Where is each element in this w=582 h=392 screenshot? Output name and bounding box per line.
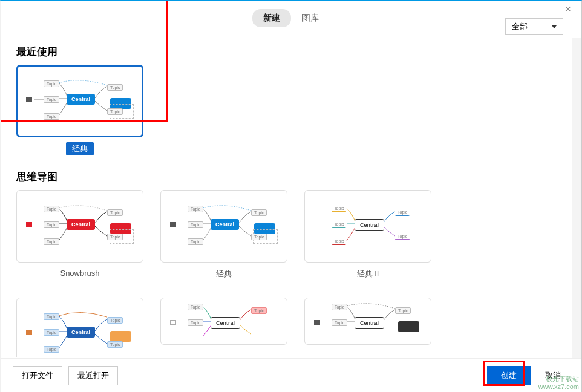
mm-topic: Topic	[188, 238, 203, 245]
mm-topic: Topic	[188, 304, 203, 310]
recent-grid: Topic Topic Topic Central Topic Topic 经典	[16, 65, 566, 155]
template-label: 经典	[66, 142, 94, 155]
mm-dot	[26, 330, 32, 335]
mm-dot	[26, 97, 32, 102]
mm-central: Central	[355, 219, 384, 231]
template-thumb[interactable]: Topic Topic Central Topic	[304, 298, 431, 345]
mm-central: Central	[211, 317, 240, 329]
content-area: 最近使用 Topic Topic Topi	[1, 35, 581, 357]
mm-dot	[170, 320, 176, 325]
mm-central: Central	[211, 219, 239, 230]
template-card-classic2: Topic Topic Topic Central Topic Topic 经典…	[304, 190, 431, 281]
section-title-recent: 最近使用	[16, 45, 566, 59]
template-label: 经典	[210, 267, 238, 281]
mm-topic: Topic	[395, 209, 410, 216]
mm-topic: Topic	[107, 108, 123, 115]
mm-topic: Topic	[107, 317, 123, 324]
mm-central: Central	[67, 219, 95, 230]
template-thumb[interactable]: Topic Topic Topic Central Topic Topic	[16, 298, 143, 357]
mm-dot	[26, 222, 32, 227]
mm-topic: Topic	[188, 319, 203, 326]
template-card-recent-0: Topic Topic Topic Central Topic Topic 经典	[16, 65, 143, 155]
watermark-line2: www.xz7.com	[538, 383, 579, 391]
mm-central: Central	[67, 94, 95, 105]
mm-topic: Topic	[44, 221, 59, 228]
mm-topic: Topic	[44, 346, 59, 353]
mm-topic: Topic	[251, 234, 267, 240]
template-card-business: Topic Topic Topic Central Topic Topic 商务	[16, 298, 143, 357]
toolbar: 新建 图库 全部	[1, 1, 581, 35]
mm-topic: Topic	[188, 221, 203, 228]
mm-topic: Topic	[395, 234, 410, 240]
mm-dot	[170, 222, 176, 227]
watermark: 极光下载站 www.xz7.com	[538, 375, 579, 391]
watermark-line1: 极光下载站	[538, 375, 579, 383]
mm-topic: Topic	[107, 234, 123, 240]
mm-topic: Topic	[188, 206, 203, 212]
tab-new[interactable]: 新建	[252, 9, 291, 27]
template-card-row2-1: Topic Topic Central Topic	[304, 298, 431, 357]
recent-open-button[interactable]: 最近打开	[68, 366, 118, 385]
mm-topic: Topic	[44, 113, 59, 120]
template-thumb[interactable]: Topic Topic Topic Central Topic Topic	[16, 65, 143, 137]
mm-topic: Topic	[107, 341, 123, 348]
mm-topic: Topic	[44, 238, 59, 245]
mm-topic: Topic	[332, 206, 346, 212]
template-thumb[interactable]: Topic Topic Topic Central Topic Topic	[160, 190, 287, 263]
template-thumb[interactable]: Topic Topic Topic Central Topic Topic	[16, 190, 143, 263]
mm-topic: Topic	[395, 307, 411, 314]
filter-selected-label: 全部	[512, 21, 528, 32]
scrollbar[interactable]	[572, 38, 581, 358]
template-thumb[interactable]: Topic Topic Topic Central Topic Topic	[304, 190, 431, 263]
footer: 打开文件 最近打开 创建 取消	[1, 358, 581, 392]
mm-topic: Topic	[332, 238, 346, 245]
template-label: 经典 II	[351, 267, 385, 281]
tab-group: 新建 图库	[252, 9, 330, 27]
template-thumb[interactable]: Topic Topic Central Topic	[160, 298, 287, 345]
mm-central: Central	[67, 327, 95, 338]
template-card-row2-0: Topic Topic Central Topic	[160, 298, 287, 357]
mm-topic: Topic	[251, 307, 267, 314]
mindmap-grid: Topic Topic Topic Central Topic Topic Sn…	[16, 190, 566, 357]
open-file-button[interactable]: 打开文件	[13, 366, 62, 385]
mm-topic: Topic	[332, 221, 346, 228]
mm-topic: Topic	[332, 319, 347, 326]
section-title-mindmap: 思维导图	[16, 170, 566, 184]
template-card-classic: Topic Topic Topic Central Topic Topic 经典	[160, 190, 287, 281]
mm-topic: Topic	[44, 313, 59, 320]
create-button[interactable]: 创建	[487, 366, 531, 385]
mm-topic: Topic	[251, 209, 267, 216]
mm-topic: Topic	[44, 96, 59, 103]
template-label: Snowbrush	[54, 267, 105, 279]
template-card-snowbrush: Topic Topic Topic Central Topic Topic Sn…	[16, 190, 143, 281]
mm-topic: Topic	[44, 329, 59, 336]
mm-extra	[398, 321, 419, 332]
filter-dropdown[interactable]: 全部	[505, 18, 563, 35]
mm-topic: Topic	[44, 206, 59, 212]
mm-topic: Topic	[44, 80, 59, 87]
mm-topic: Topic	[107, 209, 123, 216]
mm-central: Central	[355, 317, 384, 329]
mm-dot	[314, 320, 320, 325]
tab-library[interactable]: 图库	[291, 9, 330, 27]
mm-topic: Topic	[332, 304, 347, 310]
mm-topic: Topic	[107, 84, 123, 91]
mm-extra	[110, 331, 131, 342]
